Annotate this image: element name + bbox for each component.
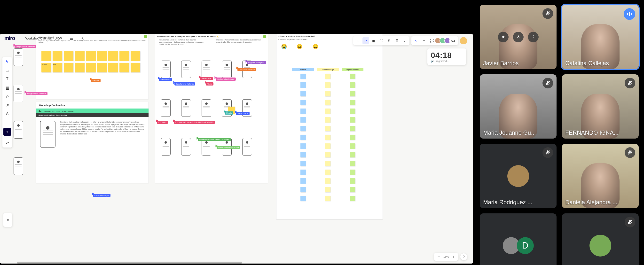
sticky-note[interactable] <box>120 63 129 72</box>
collaborator-avatars[interactable]: +13 <box>436 38 456 44</box>
phone-mockup[interactable] <box>181 99 191 117</box>
sticky-note[interactable] <box>97 51 107 61</box>
phone-mockup[interactable] <box>14 121 23 138</box>
tool-crop[interactable]: ⌗ <box>2 118 12 127</box>
tool-select[interactable] <box>2 57 12 66</box>
zoom-in-button[interactable]: ＋ <box>450 253 456 260</box>
tool-pen[interactable]: A <box>2 110 12 118</box>
mic-muted-icon[interactable] <box>513 32 524 42</box>
sticky-note[interactable] <box>350 187 355 192</box>
phone-mockup[interactable] <box>161 138 170 156</box>
sticky-note[interactable] <box>300 126 306 131</box>
sticky-note[interactable] <box>325 91 330 96</box>
video-tile[interactable]: Daniela Alejandra ... <box>562 144 639 208</box>
phone-mockup[interactable] <box>242 138 252 156</box>
sticky-note[interactable] <box>350 126 355 131</box>
current-user-avatar[interactable] <box>460 37 467 44</box>
frame-grid-icon[interactable]: ⌗ <box>7 216 9 223</box>
zoom-level-label[interactable]: 18% <box>442 255 450 258</box>
help-button[interactable]: ? <box>460 253 467 260</box>
phone-mockup[interactable] <box>181 138 191 156</box>
sticky-note[interactable] <box>350 108 355 114</box>
timer-icon[interactable]: ◔ <box>362 37 369 44</box>
sticky-note[interactable] <box>350 135 355 140</box>
sticky-note[interactable] <box>86 51 96 61</box>
sticky-note[interactable]: igual <box>52 63 62 72</box>
chevron-down-icon[interactable]: ⌄ <box>401 37 408 44</box>
sticky-note[interactable] <box>300 187 306 192</box>
fullscreen-icon[interactable]: ⛶ <box>378 37 385 44</box>
sticky-note[interactable] <box>52 51 62 61</box>
sticky-note[interactable] <box>325 74 330 79</box>
avatar-overflow-count[interactable]: +13 <box>449 38 456 44</box>
sticky-note[interactable] <box>350 100 355 105</box>
sticky-note[interactable] <box>300 196 306 201</box>
sticky-note[interactable] <box>350 144 355 149</box>
sticky-note[interactable] <box>300 74 306 79</box>
zoom-out-button[interactable]: − <box>436 253 442 260</box>
sticky-note[interactable] <box>120 51 129 61</box>
tool-shape[interactable]: ◇ <box>2 92 12 101</box>
sticky-note[interactable] <box>300 117 306 122</box>
sticky-note[interactable] <box>350 82 355 88</box>
sticky-note[interactable] <box>64 63 74 72</box>
sticky-note[interactable] <box>350 91 355 96</box>
sticky-note[interactable] <box>86 63 96 72</box>
more-icon[interactable]: ⋮ <box>528 32 538 42</box>
sticky-note[interactable] <box>325 144 330 149</box>
sticky-note[interactable] <box>350 196 355 201</box>
pin-icon[interactable] <box>498 32 508 42</box>
miro-canvas[interactable]: ¿Quién es Mach? Hagamos algunas reflexio… <box>0 34 473 264</box>
present-icon[interactable]: ▣ <box>370 37 377 44</box>
panel-contenidos[interactable]: Workshop Contenidos 4. Lineamientos Cont… <box>36 102 149 183</box>
cursor-follow-icon[interactable]: ↖ <box>413 37 420 44</box>
sticky-note[interactable]: amistoso <box>42 63 51 72</box>
sticky-note[interactable] <box>300 135 306 140</box>
phone-mockup[interactable] <box>161 60 170 78</box>
miro-logo[interactable]: miro <box>2 35 15 42</box>
sticky-note[interactable] <box>300 178 306 184</box>
sticky-note[interactable] <box>300 82 306 88</box>
search-icon[interactable] <box>79 35 86 42</box>
sticky-note[interactable] <box>325 117 330 122</box>
phone-mockup[interactable] <box>202 60 211 78</box>
sticky-note[interactable] <box>325 178 330 184</box>
phone-mockup[interactable] <box>14 158 23 175</box>
phone-mockup[interactable] <box>161 99 170 117</box>
sticky-note[interactable] <box>325 126 330 131</box>
sticky-note[interactable] <box>350 152 355 158</box>
chevron-right-icon[interactable]: › <box>355 37 362 44</box>
sticky-note[interactable] <box>325 82 330 88</box>
sticky-note[interactable] <box>325 108 330 114</box>
video-tile[interactable]: D11 más <box>480 214 556 265</box>
sticky-note[interactable] <box>350 161 355 166</box>
sticky-note[interactable] <box>130 51 140 61</box>
tool-line[interactable]: ↗ <box>2 101 12 110</box>
sticky-note[interactable] <box>75 51 84 61</box>
tool-frame[interactable]: ▭ <box>2 66 12 74</box>
sticky-note[interactable] <box>325 161 330 166</box>
phone-mockup[interactable] <box>14 85 23 102</box>
sticky-note[interactable] <box>108 51 118 61</box>
sticky-note[interactable] <box>325 100 330 105</box>
phone-mockup[interactable] <box>181 60 191 78</box>
sticky-note[interactable] <box>300 108 306 114</box>
phone-mockup-big[interactable] <box>40 121 56 148</box>
sticky-note[interactable] <box>350 178 355 184</box>
tool-undo[interactable]: ↶ <box>2 139 12 148</box>
sticky-note[interactable] <box>108 63 118 72</box>
video-tile[interactable]: FERNANDO IGNA... <box>562 74 639 138</box>
tool-text[interactable]: T <box>2 74 12 83</box>
video-tile[interactable]: Maria Rodriguez ... <box>480 144 556 208</box>
tool-add[interactable]: ＋ <box>4 128 11 136</box>
sticky-note[interactable] <box>350 117 355 122</box>
sticky-note[interactable] <box>350 170 355 175</box>
sticky-note[interactable] <box>325 187 330 192</box>
sticky-note[interactable] <box>300 152 306 158</box>
sticky-note[interactable] <box>300 100 306 105</box>
sticky-note[interactable] <box>42 51 51 61</box>
video-tile[interactable]: Sebastian Bascuñ... <box>562 214 639 265</box>
phone-mockup[interactable] <box>222 60 232 78</box>
sticky-note[interactable] <box>325 196 330 201</box>
video-tile[interactable]: Catalina Callejas <box>562 5 639 69</box>
